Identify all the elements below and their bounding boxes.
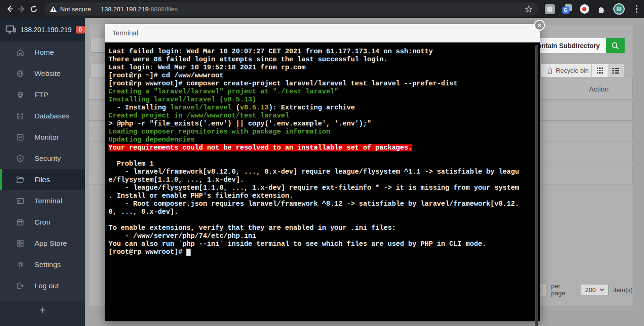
not-secure-label: Not secure <box>60 6 91 13</box>
terminal-icon <box>16 197 24 205</box>
browser-reload-button[interactable] <box>29 2 39 16</box>
terminal-line: Loading composer repositories with packa… <box>109 128 535 136</box>
terminal-line: You can also run `php --ini` inside term… <box>109 240 535 248</box>
terminal-cursor <box>186 249 191 256</box>
terminal-line: Creating a "laravel/laravel" project at … <box>109 88 535 96</box>
terminal-line: - Installing laravel/laravel (v8.5.13): … <box>109 104 535 112</box>
sidebar-item-label: Files <box>34 176 50 184</box>
extension-icon-generic[interactable] <box>545 4 555 14</box>
sidebar-item-databases[interactable]: Databases <box>0 105 85 126</box>
sidebar-item-ftp[interactable]: FTP <box>0 84 85 105</box>
sidebar-item-website[interactable]: Website <box>0 63 85 84</box>
extensions-puzzle-icon[interactable] <box>597 5 606 14</box>
sidebar-item-cron[interactable]: Cron <box>0 211 85 233</box>
terminal-scrollbar[interactable] <box>535 45 538 326</box>
grid-view-button[interactable] <box>592 64 608 77</box>
sidebar-item-label: App Store <box>34 239 67 248</box>
terminal-line: Installing laravel/laravel (v8.5.13) <box>109 96 535 104</box>
sidebar-item-label: Terminal <box>34 197 62 205</box>
folder-icon <box>16 176 24 184</box>
sidebar-item-label: Security <box>34 154 61 163</box>
sidebar-item-label: Website <box>34 69 61 78</box>
terminal-line: Problem 1 <box>109 160 535 168</box>
search-icon <box>611 42 619 50</box>
terminal-line: - Root composer.json requires laravel/fr… <box>109 200 535 208</box>
home-icon <box>16 48 24 56</box>
list-view-button[interactable] <box>608 64 624 77</box>
calendar-icon <box>16 218 24 226</box>
app-grid-icon <box>16 239 24 247</box>
terminal-line: > @php -r "file_exists('.env') || copy('… <box>109 120 535 128</box>
list-view-icon <box>612 68 619 74</box>
modal-title: Terminal <box>105 24 540 42</box>
sidebar-item-label: Monitor <box>34 133 59 142</box>
sidebar-footer: + <box>0 300 85 326</box>
sidebar-item-label: Home <box>34 48 54 57</box>
sidebar-item-home[interactable]: Home <box>0 42 85 63</box>
globe-icon <box>16 69 24 77</box>
items-label: item(s) <box>613 286 633 293</box>
terminal-line: 0, ..., 8.x-dev]. <box>109 208 535 216</box>
screen-recorder-icon[interactable] <box>580 4 589 14</box>
sidebar-item-files[interactable]: Files <box>0 169 85 190</box>
grid-view-icon <box>597 67 603 74</box>
browser-menu-icon[interactable] <box>633 5 641 13</box>
terminal-line: To enable extensions, verify that they a… <box>109 224 535 232</box>
terminal-line: - league/flysystem[1.1.0, ..., 1.x-dev] … <box>109 184 535 192</box>
server-ip-label: 138.201.190.219 <box>20 26 72 33</box>
terminal-line: [root@rp ~]# cd /www/wwwroot <box>109 72 535 80</box>
close-icon[interactable]: ✕ <box>534 20 545 31</box>
trash-icon <box>547 67 553 74</box>
server-monitor-icon <box>6 25 16 34</box>
terminal-line: e/flysystem[1.1.0, ..., 1.x-dev]. <box>109 176 535 184</box>
notification-badge: 0 <box>76 26 85 33</box>
sidebar-item-appstore[interactable]: App Store <box>0 233 85 254</box>
terminal-line: Last failed login: Wed Mar 10 20:07:27 C… <box>109 48 535 56</box>
sidebar-item-label: Settings <box>34 260 61 269</box>
sidebar-item-label: Cron <box>34 218 50 226</box>
sidebar-item-security[interactable]: Security <box>0 148 85 169</box>
browser-profile-avatar[interactable] <box>613 3 625 15</box>
browser-toolbar: Not secure 138.201.190.219:8888/files G <box>0 0 644 18</box>
sidebar-item-label: Databases <box>34 112 69 120</box>
pagination-bar: 4 per page 200 item(s) <box>532 283 633 297</box>
terminal-line: Created project in /www/wwwroot/test_lar… <box>109 112 535 120</box>
per-page-value: 200 <box>585 286 596 293</box>
sidebar-item-label: Log out <box>34 282 59 290</box>
terminal-line: . Install or enable PHP's fileinfo exten… <box>109 192 535 200</box>
bookmark-star-icon[interactable] <box>525 5 533 13</box>
browser-forward-button[interactable] <box>17 2 27 16</box>
address-divider <box>96 5 96 13</box>
terminal-output[interactable]: Last failed login: Wed Mar 10 20:07:27 C… <box>105 42 540 321</box>
terminal-line: [root@rp wwwroot]# <box>109 248 535 256</box>
chevron-down-icon <box>600 288 604 291</box>
logout-icon <box>16 282 24 290</box>
recycle-bin-label: Recycle bin <box>556 67 589 74</box>
google-translate-icon[interactable]: G <box>562 4 572 14</box>
search-button[interactable] <box>606 38 624 53</box>
terminal-line <box>109 152 535 160</box>
address-bar[interactable]: Not secure 138.201.190.219:8888/files <box>44 2 538 16</box>
sidebar-item-monitor[interactable]: Monitor <box>0 126 85 148</box>
terminal-line: There were 86 failed login attempts sinc… <box>109 56 535 64</box>
browser-back-button[interactable] <box>5 2 15 16</box>
not-secure-warning-icon <box>50 6 57 12</box>
terminal-modal: ✕ Terminal Last failed login: Wed Mar 10… <box>105 24 540 321</box>
sidebar-item-terminal[interactable]: Terminal <box>0 190 85 211</box>
terminal-line: - /www/server/php/74/etc/php.ini <box>109 232 535 240</box>
action-column-header: Action <box>589 85 609 93</box>
terminal-line: - laravel/framework[v8.12.0, ..., 8.x-de… <box>109 168 535 176</box>
sidebar-item-settings[interactable]: Settings <box>0 254 85 275</box>
terminal-line: Your requirements could not be resolved … <box>109 144 535 152</box>
sidebar-item-label: FTP <box>34 91 48 99</box>
sidebar-item-logout[interactable]: Log out <box>0 275 85 296</box>
per-page-label: per page <box>551 283 576 297</box>
recycle-bin-button[interactable]: Recycle bin <box>541 64 595 77</box>
url-text: 138.201.190.219:8888/files <box>101 6 178 13</box>
database-icon <box>16 112 24 120</box>
sidebar: 138.201.190.219 0 Home Website FTP Datab… <box>0 18 85 326</box>
add-shortcut-button[interactable]: + <box>39 303 46 326</box>
sidebar-server-header[interactable]: 138.201.190.219 0 <box>0 18 85 42</box>
ftp-globe-icon <box>16 91 24 99</box>
per-page-select[interactable]: 200 <box>581 284 609 295</box>
